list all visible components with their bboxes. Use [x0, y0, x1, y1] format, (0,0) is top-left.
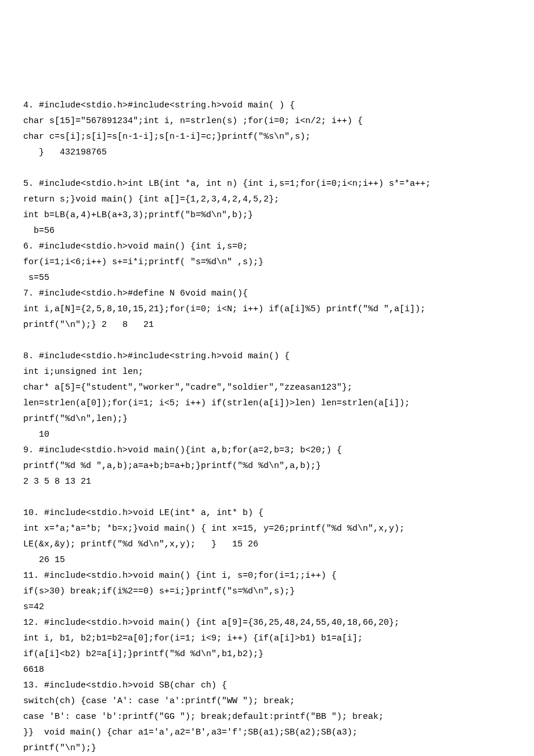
code-line	[23, 489, 511, 505]
code-line: 11. #include<stdio.h>void main() {int i,…	[23, 568, 511, 584]
code-line: if(s>30) break;if(i%2==0) s+=i;}printf("…	[23, 584, 511, 599]
code-line: 26 15	[23, 552, 511, 568]
code-line	[23, 160, 511, 176]
code-line: 2 3 5 8 13 21	[23, 474, 511, 489]
code-line: } 432198765	[23, 145, 511, 160]
code-line: int i,a[N]={2,5,8,10,15,21};for(i=0; i<N…	[23, 301, 511, 317]
code-line: len=strlen(a[0]);for(i=1; i<5; i++) if(s…	[23, 395, 511, 411]
code-line: char* a[5]={"student","worker","cadre","…	[23, 380, 511, 395]
code-line: b=56	[23, 223, 511, 239]
code-line: 10. #include<stdio.h>void LE(int* a, int…	[23, 505, 511, 521]
code-line: LE(&x,&y); printf("%d %d\n",x,y); } 15 2…	[23, 537, 511, 552]
code-line: 8. #include<stdio.h>#include<string.h>vo…	[23, 348, 511, 364]
code-listing: 4. #include<stdio.h>#include<string.h>vo…	[23, 98, 511, 756]
code-line: int b=LB(a,4)+LB(a+3,3);printf("b=%d\n",…	[23, 207, 511, 223]
code-line: s=55	[23, 270, 511, 286]
code-line: 6618	[23, 662, 511, 678]
code-line: char c=s[i];s[i]=s[n-1-i];s[n-1-i]=c;}pr…	[23, 129, 511, 145]
code-line: switch(ch) {case 'A': case 'a':printf("W…	[23, 693, 511, 709]
code-line: case 'B': case 'b':printf("GG "); break;…	[23, 709, 511, 725]
code-line: if(a[i]<b2) b2=a[i];}printf("%d %d\n",b1…	[23, 646, 511, 662]
code-line: printf("%d %d ",a,b);a=a+b;b=a+b;}printf…	[23, 458, 511, 474]
code-line: printf("\n");}	[23, 740, 511, 756]
code-line: 6. #include<stdio.h>void main() {int i,s…	[23, 239, 511, 254]
code-line: char s[15]="567891234";int i, n=strlen(s…	[23, 113, 511, 129]
code-line: int x=*a;*a=*b; *b=x;}void main() { int …	[23, 521, 511, 537]
code-line: printf("%d\n",len);}	[23, 411, 511, 427]
code-line: return s;}void main() {int a[]={1,2,3,4,…	[23, 192, 511, 207]
code-line: int i, b1, b2;b1=b2=a[0];for(i=1; i<9; i…	[23, 631, 511, 646]
code-line: }} void main() {char a1='a',a2='B',a3='f…	[23, 725, 511, 740]
code-line: for(i=1;i<6;i++) s+=i*i;printf( "s=%d\n"…	[23, 254, 511, 270]
code-line	[23, 333, 511, 348]
code-line: int i;unsigned int len;	[23, 364, 511, 380]
code-line: 5. #include<stdio.h>int LB(int *a, int n…	[23, 176, 511, 192]
code-line: 13. #include<stdio.h>void SB(char ch) {	[23, 678, 511, 693]
code-line: printf("\n");} 2 8 21	[23, 317, 511, 333]
code-line: 10	[23, 427, 511, 442]
code-line: s=42	[23, 599, 511, 615]
code-line: 7. #include<stdio.h>#define N 6void main…	[23, 286, 511, 301]
code-line: 4. #include<stdio.h>#include<string.h>vo…	[23, 98, 511, 113]
code-line: 12. #include<stdio.h>void main() {int a[…	[23, 615, 511, 631]
code-line: 9. #include<stdio.h>void main(){int a,b;…	[23, 442, 511, 458]
